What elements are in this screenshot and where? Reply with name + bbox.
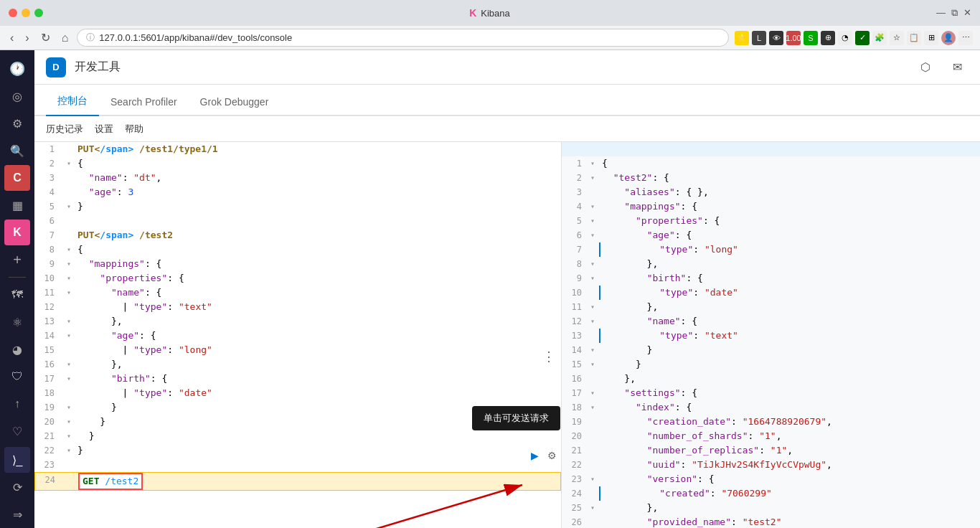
out-gutter-4[interactable]: ▾ [590, 199, 599, 214]
sidebar-icon-add[interactable]: + [4, 247, 30, 273]
sidebar-icon-visualize[interactable]: ⚙ [4, 110, 30, 136]
ext-icon-10[interactable]: ☆ [890, 31, 904, 45]
ext-icon-4[interactable]: 1.00 [786, 31, 801, 45]
fold-arrow-21[interactable]: ▾ [63, 429, 75, 443]
share-icon[interactable]: ⬡ [914, 56, 937, 79]
out-gutter-2[interactable]: ▾ [590, 171, 599, 185]
fold-arrow-10[interactable]: ▾ [63, 271, 75, 286]
forward-button[interactable]: › [22, 29, 32, 47]
ext-icon-2[interactable]: L [752, 31, 766, 45]
line-code-17[interactable]: "birth": { [75, 372, 561, 386]
ext-icon-12[interactable]: ⊞ [924, 31, 938, 45]
ext-icon-5[interactable]: S [804, 31, 818, 45]
close-btn[interactable] [9, 9, 17, 17]
reload-button[interactable]: ↻ [38, 28, 53, 47]
out-gutter-14[interactable]: ▾ [590, 343, 599, 357]
sidebar-icon-dashboard[interactable]: ▦ [4, 192, 30, 218]
out-gutter-9[interactable]: ▾ [590, 271, 599, 286]
sidebar-icon-kibana[interactable]: K [4, 220, 30, 245]
maximize-btn[interactable] [34, 9, 43, 17]
fold-arrow-20[interactable]: ▾ [63, 415, 75, 429]
fold-arrow-11[interactable]: ▾ [63, 286, 75, 300]
address-bar[interactable]: ⓘ 127.0.0.1:5601/app/kibana#/dev_tools/c… [77, 29, 729, 47]
minimize-btn[interactable] [22, 9, 30, 17]
sidebar-icon-maps[interactable]: 🗺 [4, 282, 30, 308]
line-code-13[interactable]: }, [75, 314, 561, 329]
restore-icon[interactable]: ⧉ [951, 7, 958, 19]
fold-arrow-8[interactable]: ▾ [63, 242, 75, 257]
menu-icon[interactable]: ⋯ [958, 31, 973, 45]
out-gutter-12[interactable]: ▾ [590, 314, 599, 329]
fold-arrow-5[interactable]: ▾ [63, 199, 75, 214]
fold-arrow-14[interactable]: ▾ [63, 329, 75, 343]
ext-icon-7[interactable]: ◔ [838, 31, 852, 45]
out-gutter-18[interactable]: ▾ [590, 400, 599, 415]
sidebar-icon-ml[interactable]: ⚛ [4, 309, 30, 335]
context-menu-dots[interactable]: ⋮ [542, 350, 555, 363]
fold-arrow-13[interactable]: ▾ [63, 314, 75, 329]
user-avatar[interactable]: 👤 [941, 31, 956, 45]
notifications-icon[interactable]: ✉ [946, 56, 969, 79]
wrench-icon[interactable]: ⚙ [544, 448, 560, 463]
out-gutter-8[interactable]: ▾ [590, 257, 599, 271]
minimize-icon[interactable]: — [936, 7, 946, 19]
run-button[interactable]: ▶ [527, 448, 542, 463]
editor-content[interactable]: 1PUT</span> /test1/type1/12▾{3 "name": "… [34, 142, 561, 528]
fold-arrow-19[interactable]: ▾ [63, 400, 75, 415]
line-code-12[interactable]: | "type": "text" [75, 300, 561, 314]
out-gutter-15[interactable]: ▾ [590, 357, 599, 372]
fold-arrow-17[interactable]: ▾ [63, 372, 75, 386]
sidebar-icon-canvas[interactable]: C [4, 165, 30, 191]
line-code-10[interactable]: "properties": { [75, 271, 561, 286]
active-input[interactable]: GET /test2 [78, 473, 143, 490]
ext-icon-11[interactable]: 📋 [907, 31, 921, 45]
line-code-22[interactable]: } [75, 443, 561, 458]
line-code-4[interactable]: "age": 3 [75, 185, 561, 199]
output-panel[interactable]: 1▾{2▾ "test2": {3 "aliases": { },4▾ "map… [562, 142, 980, 528]
out-gutter-23[interactable]: ▾ [590, 472, 599, 486]
line-code-7[interactable]: PUT</span> /test2 [75, 228, 561, 242]
line-code-1[interactable]: PUT</span> /test1/type1/1 [75, 142, 561, 156]
tab-console[interactable]: 控制台 [46, 88, 99, 116]
line-code-19[interactable]: } [75, 400, 561, 415]
history-button[interactable]: 历史记录 [46, 123, 83, 136]
line-code-8[interactable]: { [75, 242, 561, 257]
sidebar-icon-search[interactable]: 🔍 [4, 138, 30, 164]
line-code-16[interactable]: }, [75, 357, 561, 372]
ext-icon-8[interactable]: ✓ [855, 31, 870, 45]
line-code-9[interactable]: "mappings": { [75, 257, 561, 271]
out-gutter-11[interactable]: ▾ [590, 300, 599, 314]
sidebar-icon-uptime[interactable]: ♡ [4, 418, 30, 444]
settings-button[interactable]: 设置 [95, 123, 113, 136]
line-code-15[interactable]: | "type": "long" [75, 343, 561, 357]
sidebar-icon-graph[interactable]: ◕ [4, 336, 30, 362]
sidebar-icon-collapse[interactable]: ⇒ [4, 501, 30, 527]
line-code-18[interactable]: | "type": "date" [75, 386, 561, 400]
line-code-5[interactable]: } [75, 199, 561, 214]
tab-grok-debugger[interactable]: Grok Debugger [189, 89, 281, 116]
out-gutter-25[interactable]: ▾ [590, 501, 599, 515]
tab-search-profiler[interactable]: Search Profiler [99, 89, 189, 116]
close-icon[interactable]: ✕ [963, 7, 971, 19]
ext-icon-9[interactable]: 🧩 [872, 31, 887, 45]
out-gutter-17[interactable]: ▾ [590, 386, 599, 400]
fold-arrow-16[interactable]: ▾ [63, 357, 75, 372]
ext-icon-1[interactable]: ⭐ [735, 31, 749, 45]
line-code-11[interactable]: "name": { [75, 286, 561, 300]
line-code-14[interactable]: "age": { [75, 329, 561, 343]
line-code-24[interactable]: GET /test2 [75, 473, 560, 490]
sidebar-icon-devtools[interactable]: ⟩_ [4, 447, 30, 473]
out-gutter-1[interactable]: ▾ [590, 156, 599, 171]
home-button[interactable]: ⌂ [59, 29, 72, 47]
ext-icon-6[interactable]: ⊕ [821, 31, 835, 45]
line-code-2[interactable]: { [75, 156, 561, 171]
out-gutter-5[interactable]: ▾ [590, 214, 599, 228]
line-code-3[interactable]: "name": "dt", [75, 171, 561, 185]
help-button[interactable]: 帮助 [125, 123, 143, 136]
line-code-21[interactable]: } [75, 429, 561, 443]
sidebar-icon-apm[interactable]: ↑ [4, 391, 30, 417]
fold-arrow-2[interactable]: ▾ [63, 156, 75, 171]
fold-arrow-22[interactable]: ▾ [63, 443, 75, 458]
line-code-20[interactable]: } [75, 415, 561, 429]
ext-icon-3[interactable]: 👁 [769, 31, 783, 45]
